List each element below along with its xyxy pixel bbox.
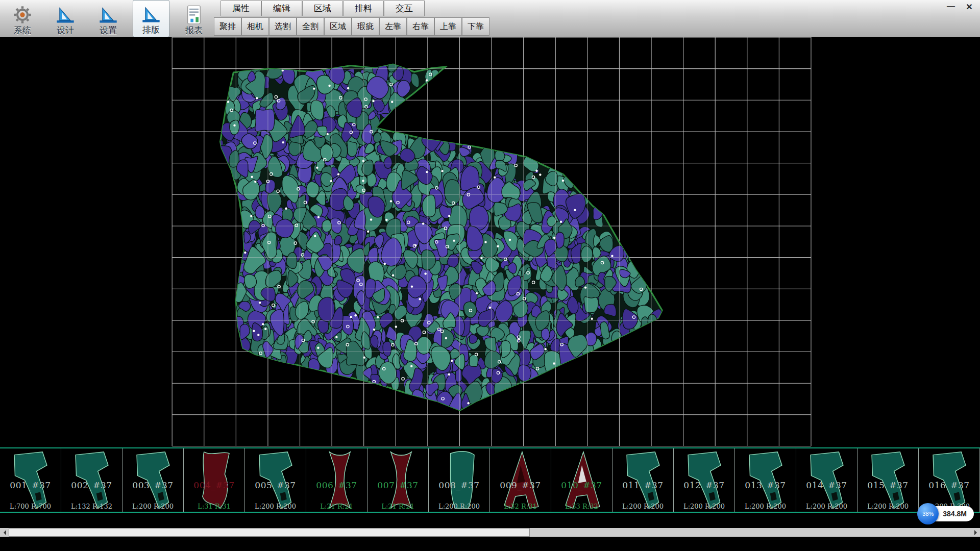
thumbnail-card[interactable]: 012_#37L:200 R:200 [674, 448, 735, 512]
thumbnail-card[interactable]: 002_#37L:132 R:132 [61, 448, 122, 512]
thumbnail-card[interactable]: 009_#37L:32 R:31 [490, 448, 551, 512]
piece-label: 012_#37 [674, 480, 734, 490]
tool-button-3[interactable]: 选割 [269, 17, 297, 36]
progress-percent: 38% [922, 511, 934, 517]
thumbnail-card[interactable]: 005_#37L:200 R:200 [245, 448, 306, 512]
thumbnail-card[interactable]: 010_#37L:33 R:32 [551, 448, 612, 512]
minimize-button[interactable]: — [944, 1, 958, 12]
piece-label: 016_#37 [919, 480, 979, 490]
tool-button-2[interactable]: 相机 [241, 17, 269, 36]
tool-button-10[interactable]: 下靠 [462, 17, 489, 36]
right-arrow-icon [974, 530, 979, 535]
tool-button-6[interactable]: 瑕疵 [352, 17, 379, 36]
memory-value: 384.8M [943, 510, 967, 518]
piece-lr-info: L:200 R:200 [674, 503, 734, 510]
nav-label: 设置 [100, 26, 117, 36]
thumbnail-card[interactable]: 014_#37L:200 R:200 [796, 448, 857, 512]
menu-tab-4[interactable]: 排料 [343, 1, 384, 16]
settings-icon [98, 4, 118, 26]
piece-lr-info: L:32 R:31 [490, 503, 551, 510]
piece-lr-info: L:200 R:200 [245, 503, 306, 510]
piece-label: 011_#37 [612, 480, 673, 490]
piece-label: 005_#37 [245, 480, 306, 490]
piece-label: 013_#37 [735, 480, 796, 490]
menu-tab-1[interactable]: 属性 [220, 1, 261, 16]
piece-label: 007_#37 [368, 480, 428, 490]
nav-nesting-button[interactable]: 排版 [133, 0, 169, 37]
main-nav: 系统设计设置排版报表 [4, 0, 212, 37]
piece-label: 009_#37 [490, 480, 551, 490]
horizontal-scrollbar[interactable] [0, 528, 980, 537]
top-toolbar: 系统设计设置排版报表 属性编辑区域排料交互 聚排相机选割全割区域瑕疵左靠右靠上靠… [0, 0, 980, 37]
tool-button-8[interactable]: 右靠 [407, 17, 434, 36]
thumbnail-card[interactable]: 016_#37L:200 R:200 [919, 448, 980, 512]
tool-button-5[interactable]: 区域 [324, 17, 352, 36]
memory-badge: 38% 384.8M [917, 503, 974, 524]
piece-lr-info: L:200 R:200 [122, 503, 183, 510]
menu-tab-3[interactable]: 区域 [302, 1, 343, 16]
tool-button-7[interactable]: 左靠 [379, 17, 407, 36]
thumbnail-card[interactable]: 007_#37L:21 R:21 [368, 448, 429, 512]
nav-label: 报表 [185, 26, 203, 36]
thumbnail-card[interactable]: 004_#37L:31 R:31 [184, 448, 245, 512]
menu-area: 属性编辑区域排料交互 聚排相机选割全割区域瑕疵左靠右靠上靠下靠 [220, 0, 489, 37]
menu-tab-row: 属性编辑区域排料交互 [220, 0, 489, 17]
piece-lr-info: L:200 R:200 [796, 503, 857, 510]
thumbnail-card[interactable]: 008_#37L:200 R:200 [429, 448, 490, 512]
design-icon [55, 4, 76, 26]
piece-lr-info: L:31 R:31 [184, 503, 244, 510]
thumbnail-card[interactable]: 011_#37L:200 R:200 [612, 448, 674, 512]
tool-button-9[interactable]: 上靠 [434, 17, 462, 36]
nav-label: 系统 [14, 26, 31, 36]
nav-label: 排版 [142, 25, 160, 35]
piece-label: 003_#37 [122, 480, 183, 490]
window-controls: — ✕ [944, 1, 976, 12]
piece-label: 001_#37 [0, 480, 61, 490]
nav-design-button[interactable]: 设计 [47, 0, 84, 37]
tool-button-4[interactable]: 全割 [297, 17, 324, 36]
piece-lr-info: L:21 R:21 [306, 503, 367, 510]
nav-label: 设计 [57, 26, 74, 36]
nav-system-gear-button[interactable]: 系统 [4, 0, 41, 37]
piece-label: 015_#37 [857, 480, 918, 490]
tool-button-1[interactable]: 聚排 [214, 17, 241, 36]
nesting-canvas[interactable] [0, 37, 980, 447]
piece-lr-info: L:200 R:200 [735, 503, 796, 510]
piece-label: 002_#37 [61, 480, 122, 490]
piece-lr-info: L:200 R:200 [429, 503, 489, 510]
menu-tab-2[interactable]: 编辑 [261, 1, 302, 16]
scrollbar-thumb[interactable] [9, 528, 530, 537]
piece-lr-info: L:132 R:132 [61, 503, 122, 510]
thumbnail-card[interactable]: 006_#37L:21 R:21 [306, 448, 368, 512]
tool-button-row: 聚排相机选割全割区域瑕疵左靠右靠上靠下靠 [214, 17, 489, 37]
nav-settings-button[interactable]: 设置 [90, 0, 127, 37]
scroll-left-arrow[interactable] [0, 528, 9, 537]
piece-label: 006_#37 [306, 480, 367, 490]
left-arrow-icon [1, 530, 6, 535]
piece-lr-info: L:700 R:700 [0, 503, 61, 510]
piece-lr-info: L:200 R:200 [612, 503, 673, 510]
scroll-right-arrow[interactable] [971, 528, 980, 537]
piece-thumbnail-strip: 001_#37L:700 R:700002_#37L:132 R:132003_… [0, 447, 980, 513]
piece-lr-info: L:200 R:200 [857, 503, 918, 510]
report-icon [184, 4, 204, 26]
menu-tab-5[interactable]: 交互 [384, 1, 425, 16]
piece-label: 014_#37 [796, 480, 857, 490]
thumbnail-card[interactable]: 001_#37L:700 R:700 [0, 448, 61, 512]
system-gear-icon [12, 4, 33, 26]
thumbnail-card[interactable]: 015_#37L:200 R:200 [857, 448, 919, 512]
nesting-canvas-svg [0, 37, 980, 447]
scrollbar-track[interactable] [9, 528, 971, 537]
piece-lr-info: L:21 R:21 [368, 503, 428, 510]
piece-lr-info: L:33 R:32 [551, 503, 612, 510]
thumbnail-card[interactable]: 013_#37L:200 R:200 [735, 448, 796, 512]
close-button[interactable]: ✕ [963, 1, 976, 12]
thumbnail-card[interactable]: 003_#37L:200 R:200 [122, 448, 184, 512]
progress-circle: 38% [917, 503, 939, 524]
piece-label: 010_#37 [551, 480, 612, 490]
piece-label: 008_#37 [429, 480, 489, 490]
piece-label: 004_#37 [184, 480, 244, 490]
nesting-icon [141, 4, 161, 25]
nav-report-button[interactable]: 报表 [176, 0, 212, 37]
